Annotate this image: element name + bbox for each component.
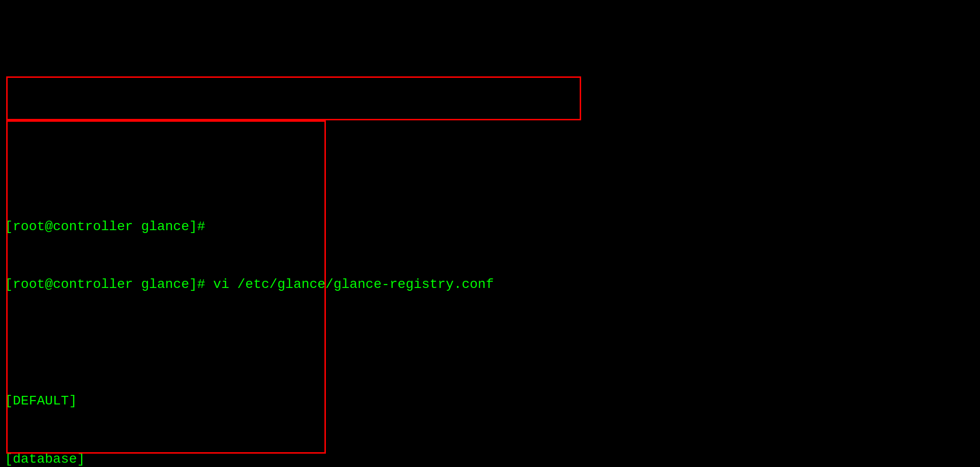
terminal-line-2: [root@controller glance]# vi /etc/glance… xyxy=(5,275,975,295)
terminal-line-3 xyxy=(5,333,975,353)
terminal-container: [root@controller glance]# [root@controll… xyxy=(5,4,975,467)
terminal-line-5: [database] xyxy=(5,450,975,467)
terminal-line-4: [DEFAULT] xyxy=(5,392,975,411)
terminal-line-1: [root@controller glance]# xyxy=(5,217,975,237)
terminal-text: [root@controller glance]# [root@controll… xyxy=(5,4,975,467)
highlight-box-connection xyxy=(6,76,581,120)
